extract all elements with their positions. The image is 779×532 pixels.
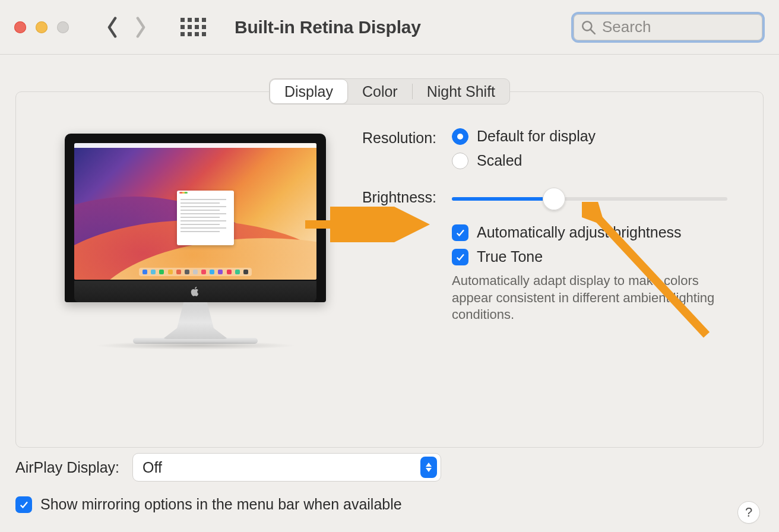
resolution-option-label: Scaled — [477, 152, 522, 169]
forward-button[interactable] — [133, 20, 148, 35]
display-settings-form: Resolution: Default for display Scaled B… — [337, 128, 763, 350]
footer: AirPlay Display: Off Show mirroring opti… — [15, 453, 764, 527]
brightness-label: Brightness: — [337, 187, 436, 206]
checkbox-icon — [15, 496, 32, 513]
slider-fill — [452, 197, 554, 201]
search-input[interactable] — [602, 18, 755, 36]
close-window-button[interactable] — [14, 21, 26, 33]
minimize-window-button[interactable] — [36, 21, 48, 33]
help-button[interactable]: ? — [737, 501, 760, 524]
window-title: Built-in Retina Display — [235, 17, 421, 37]
slider-thumb[interactable] — [543, 188, 565, 210]
show-all-prefs-button[interactable] — [180, 18, 206, 36]
svg-line-1 — [590, 29, 594, 33]
back-button[interactable] — [104, 20, 120, 35]
mirroring-checkbox[interactable]: Show mirroring options in the menu bar w… — [15, 496, 402, 513]
imac-icon — [65, 134, 326, 350]
checkbox-icon — [452, 249, 468, 265]
resolution-radio-group: Default for display Scaled — [452, 128, 727, 176]
true-tone-caption: Automatically adapt display to make colo… — [452, 273, 727, 324]
apple-logo-icon — [190, 286, 201, 297]
radio-icon — [452, 153, 468, 169]
resolution-option-scaled[interactable]: Scaled — [452, 152, 727, 169]
airplay-label: AirPlay Display: — [15, 459, 119, 476]
airplay-select[interactable]: Off — [132, 453, 441, 482]
resolution-option-default[interactable]: Default for display — [452, 128, 727, 145]
auto-brightness-label: Automatically adjust brightness — [477, 224, 682, 241]
checkbox-icon — [452, 224, 468, 241]
resolution-label: Resolution: — [337, 128, 436, 147]
brightness-slider[interactable] — [452, 187, 727, 211]
display-preview — [16, 128, 337, 350]
mirroring-label: Show mirroring options in the menu bar w… — [40, 496, 402, 513]
display-tab-bar: Display Color Night Shift — [269, 78, 510, 104]
slider-track — [452, 197, 727, 201]
settings-panel: Resolution: Default for display Scaled B… — [15, 91, 764, 448]
airplay-value: Off — [142, 459, 162, 476]
true-tone-label: True Tone — [477, 248, 543, 265]
window-controls — [14, 21, 69, 33]
tab-night-shift[interactable]: Night Shift — [413, 79, 509, 104]
zoom-window-button[interactable] — [57, 21, 69, 33]
radio-icon — [452, 128, 468, 145]
window-toolbar: Built-in Retina Display — [0, 0, 779, 55]
true-tone-checkbox[interactable]: True Tone — [452, 248, 727, 265]
tab-color[interactable]: Color — [348, 79, 412, 104]
select-stepper-icon — [420, 457, 437, 478]
tab-display[interactable]: Display — [270, 79, 348, 104]
search-field[interactable] — [571, 12, 765, 43]
resolution-option-label: Default for display — [477, 128, 596, 145]
search-icon — [581, 20, 596, 35]
auto-brightness-checkbox[interactable]: Automatically adjust brightness — [452, 224, 727, 241]
